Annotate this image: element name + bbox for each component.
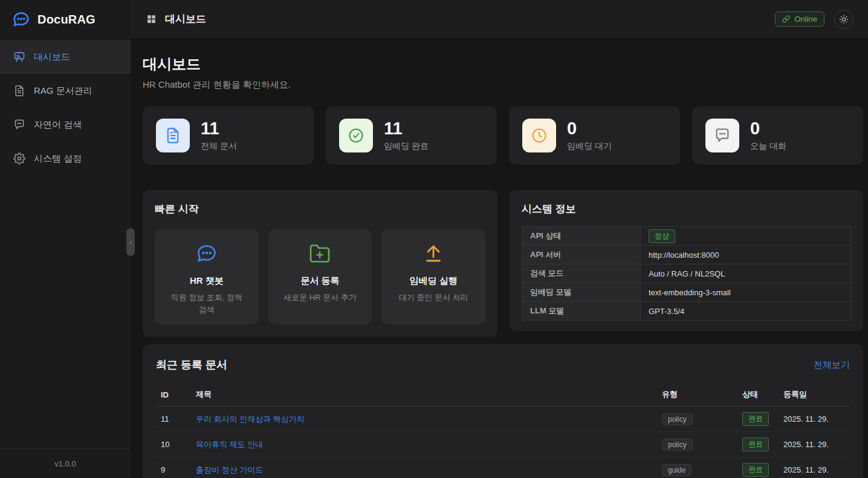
table-row: 9 출장비 정산 가이드 guide 완료 2025. 11. 29. (156, 457, 850, 478)
doc-date: 2025. 11. 29. (779, 407, 850, 432)
quick-card-hr-chatbot[interactable]: HR 챗봇 직원 정보 조회, 정책 검색 (155, 229, 259, 324)
system-info-row: API 상태 정상 (522, 227, 851, 246)
sidebar-item-label: 시스템 설정 (34, 153, 82, 165)
stat-text: 0 오늘 대화 (750, 119, 786, 152)
quick-card-title: HR 챗봇 (162, 275, 251, 287)
stat-label: 오늘 대화 (750, 141, 786, 152)
doc-id: 10 (156, 432, 191, 457)
column-header-type: 유형 (657, 383, 737, 407)
sidebar-item-rag-docs[interactable]: RAG 문서관리 (0, 74, 131, 108)
column-header-status: 상태 (737, 383, 779, 407)
sidebar-footer: v1.0.0 (0, 448, 131, 478)
system-info-value: Auto / RAG / NL2SQL (641, 264, 851, 283)
view-all-link[interactable]: 전체보기 (814, 359, 850, 371)
doc-title-link[interactable]: 출장비 정산 가이드 (196, 465, 263, 474)
doc-type-badge: policy (662, 439, 693, 451)
stat-iconbox (705, 119, 739, 152)
app-version: v1.0.0 (54, 459, 76, 468)
document-icon (164, 127, 181, 144)
stat-value: 0 (567, 119, 612, 139)
stat-card-total-docs: 11 전체 문서 (143, 106, 314, 165)
recent-docs-panel: 최근 등록 문서 전체보기 ID 제목 유형 상태 등록일 (143, 344, 863, 478)
quick-card-desc: 대기 중인 문서 처리 (389, 292, 478, 304)
stat-label: 임베딩 완료 (384, 141, 429, 152)
app-logo: DocuRAG (0, 0, 131, 39)
quick-start-panel: 빠른 시작 HR 챗봇 직원 정보 조회, 정책 검색 (143, 190, 497, 337)
doc-id: 11 (156, 407, 191, 432)
doc-status-badge: 완료 (742, 412, 769, 426)
system-info-table: API 상태 정상 API 서버 http://localhost:8000 검… (522, 226, 851, 321)
system-info-panel: 시스템 정보 API 상태 정상 API 서버 http://localhost… (510, 190, 863, 331)
recent-docs-title: 최근 등록 문서 (156, 358, 227, 372)
api-status-badge: 정상 (649, 229, 675, 243)
recent-docs-header: 최근 등록 문서 전체보기 (156, 358, 850, 372)
stat-card-embedded-done: 11 임베딩 완료 (326, 106, 497, 165)
folder-plus-icon (309, 243, 331, 264)
stat-iconbox (339, 119, 373, 152)
quick-card-desc: 새로운 HR 문서 추가 (276, 292, 365, 304)
chat-bubble-icon (196, 243, 218, 264)
doc-status-badge: 완료 (742, 437, 769, 451)
system-info-label: 검색 모드 (522, 264, 641, 283)
gear-icon (13, 152, 25, 165)
sidebar-collapse-handle[interactable]: ‹ (126, 228, 135, 256)
recent-docs-table: ID 제목 유형 상태 등록일 11 우리 회사의 인재상과 핵심가치 poli… (156, 383, 850, 478)
chat-bubble-icon (13, 119, 25, 131)
system-info-label: 임베딩 모델 (522, 283, 641, 302)
sidebar: DocuRAG 대시보드 RAG 문서관리 자연어 검색 (0, 0, 131, 478)
doc-title-link[interactable]: 육아휴직 제도 안내 (196, 440, 263, 449)
system-info-row: 검색 모드 Auto / RAG / NL2SQL (522, 264, 851, 283)
dashboard-board-icon (13, 51, 25, 63)
quick-card-desc: 직원 정보 조회, 정책 검색 (162, 292, 251, 316)
main-area: 대시보드 Online 대시보드 HR C (131, 0, 868, 478)
doc-id: 9 (156, 457, 191, 478)
quick-start-cards: HR 챗봇 직원 정보 조회, 정책 검색 문서 등록 새로운 HR 문서 추가 (155, 229, 485, 324)
status-badge-label: Online (794, 15, 817, 24)
doc-date: 2025. 11. 29. (779, 432, 850, 457)
page-title: 대시보드 (143, 54, 863, 74)
header-actions: Online (775, 10, 853, 29)
grid-menu-icon[interactable] (146, 14, 157, 24)
system-info-row: API 서버 http://localhost:8000 (522, 246, 851, 264)
sidebar-item-label: 자연어 검색 (34, 119, 82, 131)
check-circle-icon (348, 127, 364, 144)
link-icon (782, 15, 790, 23)
stat-value: 11 (201, 119, 237, 139)
sidebar-item-label: 대시보드 (34, 51, 70, 63)
quick-card-title: 문서 등록 (276, 275, 365, 287)
stat-label: 임베딩 대기 (567, 141, 612, 152)
header-title: 대시보드 (165, 12, 206, 26)
page-content: 대시보드 HR Chatbot 관리 현황을 확인하세요. 11 전체 문서 (131, 39, 868, 478)
sidebar-item-settings[interactable]: 시스템 설정 (0, 142, 131, 175)
document-icon (13, 85, 25, 97)
stat-card-embedding-pending: 0 임베딩 대기 (509, 106, 680, 165)
quick-card-run-embedding[interactable]: 임베딩 실행 대기 중인 문서 처리 (381, 229, 485, 324)
table-row: 11 우리 회사의 인재상과 핵심가치 policy 완료 2025. 11. … (156, 407, 850, 432)
clock-icon (531, 127, 548, 144)
doc-status-badge: 완료 (742, 463, 769, 477)
column-header-id: ID (156, 383, 191, 407)
sidebar-item-nl-search[interactable]: 자연어 검색 (0, 108, 131, 142)
stat-cards: 11 전체 문서 11 임베딩 완료 (143, 106, 863, 165)
stat-value: 0 (750, 119, 786, 139)
column-header-title: 제목 (191, 383, 657, 407)
table-row: 10 육아휴직 제도 안내 policy 완료 2025. 11. 29. (156, 432, 850, 457)
stat-card-today-chats: 0 오늘 대화 (692, 106, 863, 165)
doc-title-link[interactable]: 우리 회사의 인재상과 핵심가치 (196, 414, 305, 424)
sidebar-item-dashboard[interactable]: 대시보드 (0, 40, 131, 74)
stat-text: 11 임베딩 완료 (384, 119, 429, 152)
doc-type-badge: policy (662, 413, 693, 425)
stat-iconbox (522, 119, 556, 152)
theme-toggle-button[interactable] (834, 10, 853, 29)
status-badge: Online (775, 11, 824, 27)
quick-start-title: 빠른 시작 (155, 202, 485, 216)
stat-value: 11 (384, 119, 429, 139)
quick-card-title: 임베딩 실행 (389, 275, 478, 287)
middle-row: 빠른 시작 HR 챗봇 직원 정보 조회, 정책 검색 (143, 190, 863, 337)
quick-card-doc-register[interactable]: 문서 등록 새로운 HR 문서 추가 (268, 229, 372, 324)
chat-bubble-logo-icon (12, 10, 30, 28)
doc-date: 2025. 11. 29. (779, 457, 850, 478)
upload-icon (423, 243, 444, 264)
stat-text: 11 전체 문서 (201, 119, 237, 152)
system-info-value: GPT-3.5/4 (641, 302, 851, 321)
